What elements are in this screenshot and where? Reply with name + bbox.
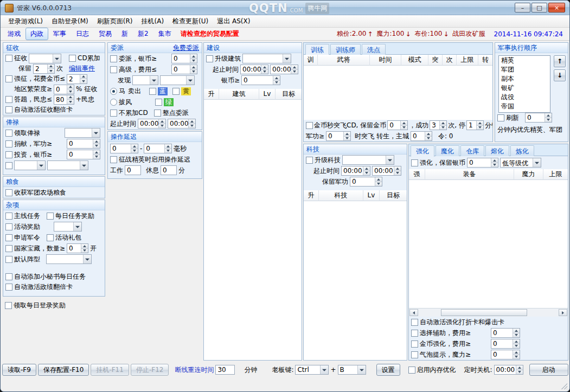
building-select[interactable] — [242, 54, 291, 63]
column-header[interactable]: Lv — [259, 89, 276, 100]
column-header[interactable]: 训 — [304, 55, 318, 66]
area-prosperity-spinner[interactable]: 0 — [54, 85, 74, 94]
scroll-thumb[interactable] — [441, 309, 527, 316]
salary-option-checkbox[interactable] — [5, 162, 12, 169]
auto-achievement-card-checkbox[interactable] — [5, 284, 12, 291]
success-count-spinner[interactable]: 3 — [430, 120, 447, 130]
column-header[interactable]: 武将 — [318, 55, 370, 66]
enhance-priority-select[interactable]: 低等级优 — [500, 158, 541, 168]
column-header[interactable]: 科技 — [319, 190, 363, 201]
invest-silver-spinner[interactable]: 0 — [67, 150, 100, 159]
formation-select[interactable] — [46, 254, 92, 264]
menu-auto-login[interactable]: 自助登录(M) — [47, 15, 93, 28]
tech-start-time-spinner[interactable]: 00:00 — [341, 166, 370, 176]
hangup-button[interactable]: 挂机-F11 — [91, 364, 129, 376]
list-item[interactable]: 战役 — [499, 93, 550, 102]
delegate-checkbox[interactable] — [110, 55, 117, 62]
tab-new[interactable]: 新 — [117, 28, 133, 40]
menu-check-update[interactable]: 检查更新(U) — [168, 15, 213, 28]
advanced-delegate-checkbox[interactable] — [110, 66, 117, 73]
discover-select-2[interactable] — [160, 75, 195, 85]
hourly-delegate-checkbox[interactable] — [154, 110, 161, 117]
tab-reset-points[interactable]: 洗点 — [362, 44, 386, 55]
construction-start-time-spinner[interactable]: 00:00 — [240, 65, 268, 74]
construction-end-time-spinner[interactable]: 00:00 — [270, 65, 298, 74]
column-header[interactable]: 魔力 — [514, 169, 543, 180]
training-table-body[interactable] — [304, 66, 492, 120]
national-treasure-checkbox[interactable] — [5, 245, 12, 252]
activity-select[interactable] — [54, 222, 82, 232]
column-header[interactable]: 建筑 — [219, 89, 259, 100]
column-header[interactable]: 升 — [204, 89, 219, 100]
tab-new2[interactable]: 新2 — [133, 28, 153, 40]
salary-option-select-1[interactable] — [14, 160, 46, 170]
salary-option-select-2[interactable] — [47, 160, 88, 170]
cloak-radio[interactable] — [110, 99, 117, 106]
invest-checkbox[interactable] — [5, 151, 12, 158]
horse-radio[interactable] — [110, 88, 117, 95]
enhance-checkbox[interactable] — [411, 159, 418, 166]
memory-optimize-checkbox[interactable] — [408, 367, 415, 374]
activity-reward-checkbox[interactable] — [5, 223, 12, 230]
apply-order-checkbox[interactable] — [5, 234, 12, 241]
elite-delay-checkbox[interactable] — [110, 156, 117, 163]
tab-enchant[interactable]: 魔化 — [435, 145, 459, 156]
delegate-silver-spinner[interactable]: 0 — [171, 54, 197, 63]
list-item[interactable]: 副本 — [499, 74, 550, 83]
gold-enhance-checkbox[interactable] — [411, 340, 418, 348]
stop-minutes-spinner[interactable]: 1 — [466, 120, 484, 130]
tab-enhance[interactable]: 强化 — [411, 145, 434, 157]
move-up-button[interactable]: ↑ — [554, 55, 566, 67]
upgrade-building-checkbox[interactable] — [206, 55, 213, 62]
column-header[interactable]: 上限 — [543, 169, 568, 180]
delegate-end-time-spinner[interactable]: 00:00 — [168, 119, 196, 128]
menu-hangup[interactable]: 挂机(A) — [137, 15, 168, 28]
main-quest-checkbox[interactable] — [5, 213, 12, 220]
bubble-tip-checkbox[interactable] — [411, 351, 418, 358]
menu-exit[interactable]: 退出 AS(X) — [213, 15, 254, 28]
reconnect-minutes-input[interactable]: 30 — [215, 365, 235, 375]
treasure-count-spinner[interactable]: 0 — [67, 243, 88, 253]
auto-levy-card-checkbox[interactable] — [5, 106, 12, 113]
edit-event-link[interactable]: 编辑事件 — [69, 64, 95, 73]
list-item[interactable]: 银矿 — [499, 83, 550, 93]
enhance-table-body[interactable] — [409, 180, 568, 308]
maximize-button[interactable]: □ — [531, 3, 547, 12]
daily-login-reward-checkbox[interactable] — [5, 302, 12, 309]
rest-minutes-input[interactable]: 0 — [161, 165, 177, 175]
resize-grip[interactable] — [560, 382, 567, 389]
force-cost-spinner[interactable]: 2 — [67, 74, 87, 84]
bubble-magic-spinner[interactable]: 0 — [491, 350, 520, 359]
tab-trainer[interactable]: 训练师 — [330, 44, 361, 55]
military-order-list[interactable]: 精英 军团 副本 银矿 战役 帝国 — [498, 55, 550, 113]
assist-cost-spinner[interactable]: 0 — [491, 328, 520, 338]
daily-reward-checkbox[interactable] — [47, 213, 54, 220]
delay-min-spinner[interactable]: 0 — [110, 144, 138, 153]
levy-checkbox[interactable] — [5, 55, 12, 62]
donate-checkbox[interactable] — [5, 140, 12, 147]
refresh-checkbox[interactable] — [497, 114, 504, 121]
construction-silver-spinner[interactable]: 0 — [241, 75, 280, 85]
list-item[interactable]: 军团 — [499, 65, 550, 74]
tech-select[interactable] — [342, 155, 394, 165]
tab-internal-affairs[interactable]: 内政 — [25, 28, 48, 40]
keep-times-spinner[interactable]: 2 — [33, 64, 55, 74]
boss-key-select[interactable]: B — [338, 365, 366, 375]
auto-secretary-checkbox[interactable] — [5, 273, 12, 280]
shutdown-time-spinner[interactable]: 00:00 — [494, 365, 523, 375]
keep-merit-spinner[interactable]: 0 — [350, 177, 382, 187]
delay-max-spinner[interactable]: 0 — [144, 144, 172, 153]
scroll-track[interactable] — [419, 309, 558, 316]
default-formation-checkbox[interactable] — [5, 256, 12, 263]
column-header[interactable]: 时间 — [370, 55, 401, 66]
move-down-button[interactable]: ↓ — [554, 69, 566, 81]
column-header[interactable]: 升 — [304, 190, 319, 201]
free-delegate-link[interactable]: 免费委派 — [173, 43, 199, 53]
discover-select-1[interactable] — [132, 75, 158, 85]
loyalty-spinner[interactable]: 80 — [54, 95, 74, 105]
tab-log[interactable]: 日志 — [71, 28, 94, 40]
gold-cd-checkbox[interactable] — [306, 122, 313, 129]
tech-end-time-spinner[interactable]: 00:00 — [372, 166, 401, 176]
delegate-start-time-spinner[interactable]: 00:00 — [138, 119, 166, 128]
tab-trade[interactable]: 贸易 — [94, 28, 117, 40]
